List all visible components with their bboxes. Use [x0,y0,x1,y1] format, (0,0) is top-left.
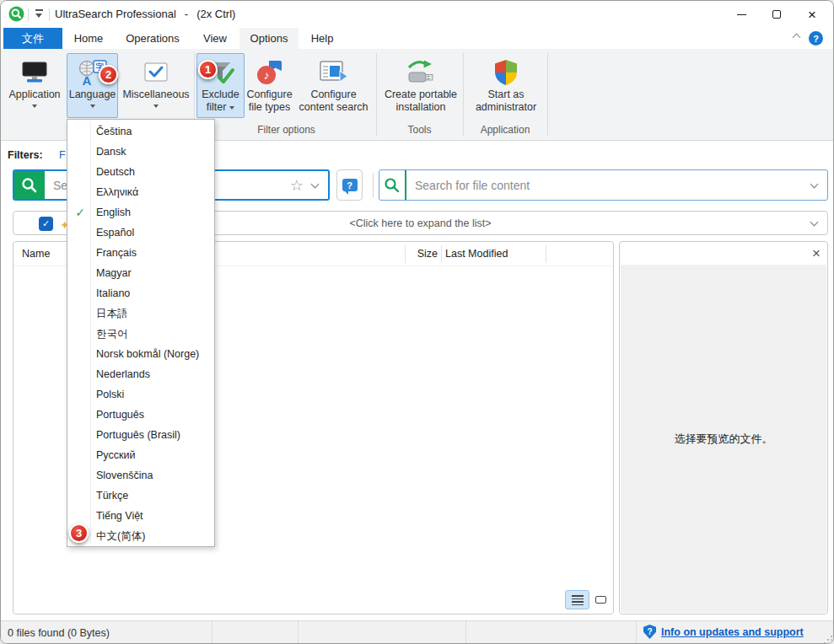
close-icon: × [808,8,816,22]
collapse-ribbon-icon[interactable] [793,34,801,42]
language-button[interactable]: 字 A Language [67,53,118,118]
column-header-name[interactable]: Name [22,248,50,260]
titlebar-divider [49,8,50,21]
uac-shield-icon [493,56,519,89]
language-menu-item[interactable]: ✓ 日本語 [67,303,214,324]
language-menu-item[interactable]: ✓ Polski [67,384,214,405]
language-menu-item[interactable]: ✓ Türkçe [67,486,214,506]
configure-file-types-button[interactable]: ♪ Configure file types [246,53,293,118]
group-label-tools: Tools [376,124,463,136]
preview-view-toggle-button[interactable] [592,590,609,609]
files-found-status: 0 files found (0 Bytes) [8,627,110,639]
language-menu-item[interactable]: ✓ Italiano [67,283,214,303]
language-menu-item[interactable]: ✓ Français [67,243,214,263]
usb-drive-icon [405,56,437,89]
dropdown-arrow-icon [229,106,234,110]
preview-close-icon[interactable]: × [812,244,821,264]
titlebar-divider [28,8,29,21]
tab-home[interactable]: Home [62,28,115,49]
close-button[interactable]: × [794,1,830,28]
preview-view-icon [595,596,606,604]
language-menu-item[interactable]: ✓ Deutsch [67,162,214,182]
ribbon-group-divider [547,53,548,136]
svg-text:♪: ♪ [263,68,269,82]
language-menu-item[interactable]: ✓ Português [67,405,214,425]
maximize-button[interactable] [759,1,794,28]
filters-link[interactable]: F [59,149,66,161]
column-divider[interactable] [441,245,442,263]
language-menu-item[interactable]: ✓ Ελληνικά [67,182,214,202]
help-bubble-icon: ? [342,179,358,191]
language-menu-item[interactable]: ✓ Norsk bokmål (Norge) [67,344,214,364]
content-search-icon [379,177,405,194]
ribbon-tab-bar: 文件 Home Operations View Options Help ? [1,28,833,49]
language-menu-item[interactable]: ✓ Português (Brasil) [67,425,214,445]
tab-file[interactable]: 文件 [3,28,62,49]
dropdown-arrow-icon [153,105,159,108]
maximize-icon [772,10,781,19]
language-menu-item[interactable]: ✓ Tiếng Việt [67,506,214,526]
minimize-button[interactable] [724,1,759,28]
miscellaneous-button[interactable]: Miscellaneous [121,53,191,118]
favorite-star-icon[interactable]: ☆ [290,176,304,195]
media-file-icon: ♪ [256,56,284,89]
configure-content-search-button[interactable]: Configure content search [293,53,374,118]
status-divider [212,621,213,644]
search-history-chevron-icon[interactable] [311,180,320,188]
column-divider[interactable] [546,245,546,263]
window-search-icon [318,56,350,89]
status-divider [465,621,466,644]
help-button[interactable]: ? [809,31,823,46]
language-menu-item[interactable]: ✓ English [67,202,214,223]
preview-panel: × 选择要预览的文件。 [619,241,828,614]
language-menu-item[interactable]: ✓ Magyar [67,263,214,283]
language-menu-item[interactable]: ✓ 中文(简体) [67,526,214,546]
app-logo-icon [8,6,24,24]
tab-options[interactable]: Options [239,28,299,49]
language-menu-item[interactable]: ✓ Nederlands [67,364,214,384]
search-button[interactable] [14,171,45,199]
minimize-icon [737,14,746,15]
language-menu-item[interactable]: ✓ Русский [67,445,214,465]
window-title: UltraSearch Professional-(2x Ctrl) [55,8,235,20]
list-view-toggle-button[interactable] [565,590,589,609]
quick-access-dropdown-icon[interactable] [34,9,46,19]
dropdown-arrow-icon [90,105,95,108]
tab-operations[interactable]: Operations [115,28,191,49]
language-menu-item[interactable]: ✓ Español [67,223,214,243]
content-history-chevron-icon[interactable] [810,180,819,188]
column-header-last-modified[interactable]: Last Modified [445,248,508,260]
checkbox-icon [142,56,170,89]
language-menu-item[interactable]: ✓ 한국어 [67,324,214,344]
search-syntax-help-button[interactable]: ? [336,169,363,201]
annotation-badge-3: 3 [69,523,89,543]
column-header-size[interactable]: Size [376,248,438,260]
ultrasearch-window: UltraSearch Professional-(2x Ctrl) × 文件 … [0,0,834,644]
search-divider [373,173,374,197]
language-menu-item[interactable]: ✓ Dansk [67,142,214,162]
language-dropdown-menu: ✓ Čeština ✓ Dansk ✓ Deutsch ✓ Ελληνικά ✓… [67,119,215,547]
annotation-badge-1: 1 [198,60,218,79]
dropdown-arrow-icon [32,105,37,108]
application-button[interactable]: Application [6,53,63,118]
monitor-icon [20,56,49,89]
resize-grip[interactable] [827,639,829,641]
file-content-search-box [379,169,828,201]
create-portable-installation-button[interactable]: Create portable installation [379,53,462,118]
group-label-filter-options: Filter options [196,124,376,136]
status-divider [636,621,637,644]
title-bar: UltraSearch Professional-(2x Ctrl) × [1,1,833,28]
start-as-administrator-button[interactable]: Start as administrator [465,53,546,118]
annotation-badge-2: 2 [99,65,118,84]
tab-view[interactable]: View [191,28,239,49]
preview-message: 选择要预览的文件。 [675,432,773,447]
file-content-search-input[interactable] [406,179,811,192]
group-label-application: Application [463,124,547,136]
updates-support-link[interactable]: Info on updates and support [661,626,804,638]
language-menu-item[interactable]: ✓ Čeština [67,121,214,142]
tab-help[interactable]: Help [299,28,346,49]
filters-label: Filters: [8,149,43,161]
check-icon: ✓ [73,206,88,219]
updates-shield-icon: ? [643,625,656,639]
language-menu-item[interactable]: ✓ Slovenščina [67,465,214,486]
